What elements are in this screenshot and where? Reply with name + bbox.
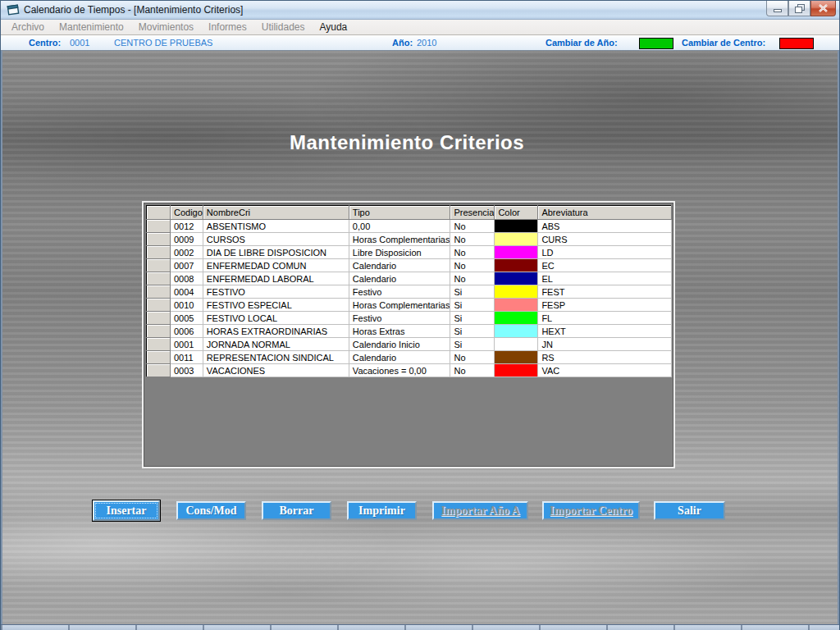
cell-presencia[interactable]: Si — [450, 285, 495, 299]
cell-color[interactable] — [495, 312, 538, 325]
importar-anio-button[interactable]: Importar Año A — [432, 501, 528, 520]
cell-abreviatura[interactable]: HEXT — [538, 325, 672, 338]
cell-codigo[interactable]: 0011 — [171, 351, 203, 364]
cell-nombre[interactable]: FESTIVO ESPECIAL — [203, 299, 349, 312]
cell-nombre[interactable]: ENFERMEDAD COMUN — [203, 259, 349, 272]
cell-nombre[interactable]: DIA DE LIBRE DISPOSICION — [203, 246, 349, 259]
row-selector[interactable] — [147, 233, 171, 246]
importar-centro-button[interactable]: Importar Centro — [542, 501, 640, 520]
cell-presencia[interactable]: Si — [450, 325, 495, 338]
cell-nombre[interactable]: ENFERMEDAD LABORAL — [203, 272, 349, 285]
cell-codigo[interactable]: 0003 — [171, 364, 203, 377]
cell-presencia[interactable]: No — [450, 351, 495, 364]
cambiar-anio-button[interactable] — [639, 38, 673, 49]
cell-presencia[interactable]: No — [450, 272, 495, 285]
menu-utilidades[interactable]: Utilidades — [254, 21, 313, 33]
cell-nombre[interactable]: HORAS EXTRAORDINARIAS — [203, 325, 349, 338]
cell-abreviatura[interactable]: FL — [538, 312, 672, 325]
header-nombrecri[interactable]: NombreCri — [203, 206, 349, 220]
cell-abreviatura[interactable]: RS — [538, 351, 672, 364]
cons-mod-button[interactable]: Cons/Mod — [176, 501, 246, 520]
cell-color[interactable] — [495, 364, 538, 377]
row-selector[interactable] — [147, 364, 171, 377]
menu-ayuda[interactable]: Ayuda — [312, 21, 354, 33]
cell-tipo[interactable]: Calendario — [349, 259, 450, 272]
cell-tipo[interactable]: Libre Disposicion — [349, 246, 450, 259]
menu-movimientos[interactable]: Movimientos — [131, 21, 201, 33]
cell-abreviatura[interactable]: VAC — [538, 364, 672, 377]
cell-abreviatura[interactable]: CURS — [538, 233, 672, 246]
header-tipo[interactable]: Tipo — [349, 206, 450, 220]
cell-presencia[interactable]: Si — [450, 312, 495, 325]
cell-color[interactable] — [495, 338, 538, 351]
cell-color[interactable] — [495, 285, 538, 299]
cell-nombre[interactable]: FESTIVO — [203, 285, 349, 299]
cell-nombre[interactable]: CURSOS — [203, 233, 349, 246]
cell-abreviatura[interactable]: EC — [538, 259, 672, 272]
cell-tipo[interactable]: Horas Complementarias — [349, 299, 450, 312]
cell-tipo[interactable]: Festivo — [349, 285, 450, 299]
row-selector[interactable] — [147, 259, 171, 272]
cell-tipo[interactable]: Calendario Inicio — [349, 338, 450, 351]
row-selector[interactable] — [147, 299, 171, 312]
minimize-button[interactable] — [766, 1, 788, 16]
cell-codigo[interactable]: 0010 — [171, 299, 203, 312]
cell-tipo[interactable]: 0,00 — [349, 220, 450, 233]
cell-nombre[interactable]: ABSENTISMO — [203, 220, 349, 233]
menu-mantenimiento[interactable]: Mantenimiento — [52, 21, 131, 33]
cell-tipo[interactable]: Horas Complementarias — [349, 233, 450, 246]
cell-codigo[interactable]: 0008 — [171, 272, 203, 285]
cell-nombre[interactable]: JORNADA NORMAL — [203, 338, 349, 351]
cell-codigo[interactable]: 0006 — [171, 325, 203, 338]
cell-presencia[interactable]: Si — [450, 338, 495, 351]
menu-informes[interactable]: Informes — [201, 21, 254, 33]
header-codigo[interactable]: Codigo — [171, 206, 203, 220]
cell-codigo[interactable]: 0009 — [171, 233, 203, 246]
row-selector[interactable] — [147, 220, 171, 233]
borrar-button[interactable]: Borrar — [262, 501, 331, 520]
cell-codigo[interactable]: 0007 — [171, 259, 203, 272]
cell-color[interactable] — [495, 220, 538, 233]
close-button[interactable] — [810, 1, 836, 16]
cell-presencia[interactable]: Si — [450, 299, 495, 312]
cell-presencia[interactable]: No — [450, 246, 495, 259]
cell-color[interactable] — [495, 351, 538, 364]
header-color[interactable]: Color — [495, 206, 538, 220]
insertar-button[interactable]: Insertar — [93, 500, 160, 521]
cell-codigo[interactable]: 0002 — [171, 246, 203, 259]
cell-abreviatura[interactable]: LD — [538, 246, 672, 259]
cell-nombre[interactable]: REPRESENTACION SINDICAL — [203, 351, 349, 364]
cell-presencia[interactable]: No — [450, 233, 495, 246]
cell-color[interactable] — [495, 259, 538, 272]
cell-abreviatura[interactable]: FESP — [538, 299, 672, 312]
cell-codigo[interactable]: 0001 — [171, 338, 203, 351]
header-abreviatura[interactable]: Abreviatura — [538, 206, 672, 220]
cell-codigo[interactable]: 0005 — [171, 312, 203, 325]
row-selector[interactable] — [147, 312, 171, 325]
cell-tipo[interactable]: Festivo — [349, 312, 450, 325]
salir-button[interactable]: Salir — [654, 501, 725, 520]
row-selector[interactable] — [147, 246, 171, 259]
cell-tipo[interactable]: Calendario — [349, 351, 450, 364]
cell-abreviatura[interactable]: EL — [538, 272, 672, 285]
row-selector[interactable] — [147, 272, 171, 285]
cell-presencia[interactable]: No — [450, 220, 495, 233]
cell-color[interactable] — [495, 272, 538, 285]
cell-presencia[interactable]: No — [450, 259, 495, 272]
row-selector[interactable] — [147, 285, 171, 299]
cell-color[interactable] — [495, 233, 538, 246]
cell-abreviatura[interactable]: FEST — [538, 285, 672, 299]
cell-nombre[interactable]: FESTIVO LOCAL — [203, 312, 349, 325]
cell-nombre[interactable]: VACACIONES — [203, 364, 349, 377]
row-selector[interactable] — [147, 338, 171, 351]
cell-presencia[interactable]: No — [450, 364, 495, 377]
header-selector[interactable] — [147, 206, 171, 220]
cell-color[interactable] — [495, 325, 538, 338]
cell-tipo[interactable]: Horas Extras — [349, 325, 450, 338]
row-selector[interactable] — [147, 325, 171, 338]
header-presencia[interactable]: Presencia — [450, 206, 495, 220]
cell-color[interactable] — [495, 299, 538, 312]
imprimir-button[interactable]: Imprimir — [347, 501, 417, 520]
menu-archivo[interactable]: Archivo — [4, 21, 52, 33]
cell-codigo[interactable]: 0012 — [171, 220, 203, 233]
